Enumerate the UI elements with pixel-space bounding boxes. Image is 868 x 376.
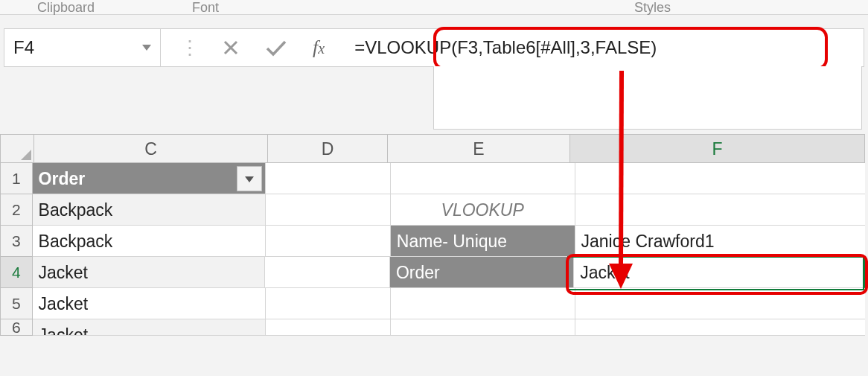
formula-input[interactable]: =VLOOKUP(F3,Table6[#All],3,FALSE) (344, 37, 864, 58)
filter-dropdown-icon[interactable] (237, 166, 262, 191)
grey-spacer (0, 69, 433, 135)
ribbon-group-clipboard: Clipboard (37, 0, 95, 16)
column-headers-row: C D E F (0, 134, 865, 163)
cell-d6[interactable] (266, 319, 391, 336)
cell-e2-vlookup-title[interactable]: VLOOKUP (391, 194, 575, 226)
cell-c3[interactable]: Backpack (33, 226, 266, 257)
confirm-icon[interactable] (265, 39, 287, 57)
row-header-5[interactable]: 5 (0, 288, 33, 319)
cell-e3-name-label[interactable]: Name- Unique (391, 226, 575, 257)
fx-icon[interactable]: fx (313, 36, 325, 59)
row-5: 5 Jacket (0, 288, 865, 319)
row-header-1[interactable]: 1 (0, 163, 33, 194)
cell-f4-order-value[interactable]: Jacket (574, 257, 865, 288)
cell-c6[interactable]: Jacket (33, 319, 266, 336)
row-header-4[interactable]: 4 (0, 257, 33, 288)
cell-e5[interactable] (391, 288, 575, 319)
column-header-e[interactable]: E (388, 135, 570, 163)
row-3: 3 Backpack Name- Unique Janice Crawford1 (0, 226, 865, 257)
row-6-partial: 6 Jacket (0, 319, 865, 336)
column-header-f[interactable]: F (570, 135, 865, 163)
cell-f2[interactable] (575, 194, 865, 226)
cell-f1[interactable] (575, 163, 865, 194)
column-header-c[interactable]: C (34, 135, 268, 163)
table-header-label: Order (39, 169, 86, 188)
chevron-down-icon[interactable] (142, 45, 151, 51)
formula-bar-buttons: ⋮ fx (161, 36, 344, 60)
cell-e4-order-label[interactable]: Order (390, 257, 574, 288)
cell-f6[interactable] (575, 319, 865, 336)
ribbon-group-styles: Styles (634, 0, 671, 16)
cell-d3[interactable] (266, 226, 391, 257)
table-header-order[interactable]: Order (33, 163, 266, 194)
row-header-2[interactable]: 2 (0, 194, 33, 226)
name-box[interactable]: F4 (4, 29, 161, 66)
cell-c4[interactable]: Jacket (33, 257, 265, 288)
cell-e1[interactable] (391, 163, 575, 194)
cell-c2[interactable]: Backpack (33, 194, 266, 226)
column-header-d[interactable]: D (268, 135, 388, 163)
cell-c5[interactable]: Jacket (33, 288, 266, 319)
spreadsheet-grid: C D E F 1 Order 2 Backpack VLOOKUP 3 Bac… (0, 134, 865, 336)
cell-f5[interactable] (575, 288, 865, 319)
ribbon-group-font: Font (192, 0, 219, 16)
cell-d5[interactable] (266, 288, 391, 319)
cell-d4[interactable] (265, 257, 390, 288)
row-header-6[interactable]: 6 (0, 319, 33, 336)
cell-f3-name-value[interactable]: Janice Crawford1 (575, 226, 865, 257)
row-4: 4 Jacket Order Jacket (0, 257, 865, 288)
cell-d2[interactable] (266, 194, 391, 226)
cell-e6[interactable] (391, 319, 575, 336)
cell-d1[interactable] (266, 163, 391, 194)
formula-expand-panel (433, 66, 862, 130)
row-header-3[interactable]: 3 (0, 226, 33, 257)
select-all-corner[interactable] (0, 135, 34, 163)
name-box-value: F4 (13, 37, 34, 58)
dots-icon: ⋮ (180, 36, 197, 60)
row-2: 2 Backpack VLOOKUP (0, 194, 865, 226)
cancel-icon[interactable] (222, 39, 240, 57)
formula-bar: F4 ⋮ fx =VLOOKUP(F3,Table6[#All],3,FALSE… (4, 28, 864, 67)
ribbon-bottom-strip: Clipboard Font Styles (0, 0, 868, 15)
row-1: 1 Order (0, 163, 865, 194)
